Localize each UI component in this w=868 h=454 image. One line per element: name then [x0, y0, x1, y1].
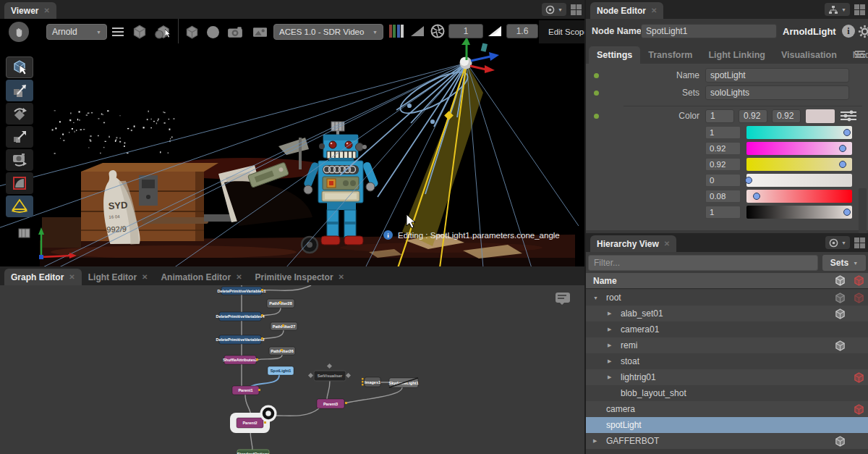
sets-field-input[interactable]: soloLights: [705, 85, 849, 100]
layout-grid-icon[interactable]: [854, 4, 865, 15]
expander-icon[interactable]: ▼: [593, 295, 606, 300]
shading-cube-button[interactable]: [130, 22, 149, 41]
tab-light-linking[interactable]: Light Linking: [700, 46, 773, 64]
viewport[interactable]: SYD 16 04 992/9: [0, 19, 584, 266]
slider-value[interactable]: 0: [705, 174, 741, 187]
hierarchy-row-alab_set01[interactable]: ▶alab_set01: [586, 306, 868, 321]
hierarchy-row-GAFFERBOT[interactable]: ▶GAFFERBOT: [586, 433, 868, 449]
slider-value[interactable]: 1: [705, 206, 741, 219]
hierarchy-row-stoat[interactable]: ▶stoat: [586, 353, 868, 369]
shield-cube-icon[interactable]: [830, 340, 849, 351]
exposure-input[interactable]: 1: [448, 24, 483, 38]
render-menu-button[interactable]: [111, 26, 125, 38]
tab-settings[interactable]: Settings: [589, 46, 640, 64]
slider-handle[interactable]: [843, 209, 851, 216]
tool-select[interactable]: [6, 56, 33, 78]
tab-transform[interactable]: Transform: [640, 46, 700, 64]
close-icon[interactable]: ✕: [339, 273, 344, 281]
slider-value[interactable]: 0.92: [705, 158, 741, 171]
tool-light-edit[interactable]: [6, 196, 33, 217]
slider-handle[interactable]: [843, 129, 851, 136]
color-swatch[interactable]: [806, 109, 835, 123]
node-name-input[interactable]: SpotLight1: [641, 24, 777, 38]
close-icon[interactable]: ✕: [651, 7, 657, 14]
plug-dot[interactable]: [594, 114, 599, 119]
expansion-button[interactable]: [152, 22, 175, 41]
shield-cube-icon[interactable]: [830, 436, 849, 447]
tool-scale[interactable]: [6, 126, 33, 148]
sphere-button[interactable]: [203, 22, 222, 41]
tab-light-editor[interactable]: Light Editor✕: [82, 269, 155, 285]
red-cube-icon[interactable]: [849, 293, 868, 303]
graph-canvas[interactable]: DeletePrimitiveVariables1PathFilter28Del…: [0, 285, 584, 454]
camera-button[interactable]: [224, 22, 246, 41]
edit-scope-button[interactable]: Edit Scope: [539, 20, 584, 43]
slider-track[interactable]: [746, 190, 852, 203]
color-b-input[interactable]: 0.92: [772, 109, 801, 123]
slider-track[interactable]: [746, 158, 852, 171]
expander-icon[interactable]: ▶: [608, 358, 621, 364]
slider-handle[interactable]: [745, 177, 752, 184]
plug-dot[interactable]: [594, 73, 599, 78]
tab-node-editor[interactable]: Node Editor ✕: [590, 2, 663, 19]
hierarchy-row-root[interactable]: ▼root: [586, 290, 868, 306]
slider-handle[interactable]: [839, 161, 846, 168]
node-set-menu[interactable]: ▼: [825, 3, 850, 16]
layout-grid-icon[interactable]: [571, 4, 582, 15]
tab-primitive-inspector[interactable]: Primitive Inspector✕: [249, 269, 351, 285]
slider-handle[interactable]: [839, 145, 846, 152]
filter-input[interactable]: Filter...: [588, 255, 818, 271]
close-icon[interactable]: ✕: [142, 273, 148, 281]
tab-hierarchy-view[interactable]: Hierarchy View ✕: [590, 235, 676, 252]
hierarchy-row-remi[interactable]: ▶remi: [586, 337, 868, 353]
slider-value[interactable]: 1: [705, 126, 741, 139]
slider-value[interactable]: 0.08: [705, 190, 741, 203]
gamma-input[interactable]: 1.6: [506, 24, 538, 38]
sets-dropdown-button[interactable]: Sets ▼: [822, 255, 866, 271]
expander-icon[interactable]: ▶: [608, 342, 621, 348]
sliders-icon[interactable]: [841, 110, 856, 122]
close-icon[interactable]: ✕: [43, 7, 49, 14]
red-cube-icon[interactable]: [849, 404, 868, 415]
shield-cube-icon[interactable]: [830, 275, 849, 286]
expander-icon[interactable]: ▶: [608, 327, 621, 332]
render-pass-button[interactable]: [249, 22, 271, 41]
tab-viewer[interactable]: Viewer ✕: [4, 2, 56, 19]
slider-handle[interactable]: [753, 193, 760, 200]
slider-track[interactable]: [746, 174, 852, 187]
slider-value[interactable]: 0.92: [705, 142, 741, 155]
close-icon[interactable]: ✕: [69, 273, 75, 281]
shield-cube-icon[interactable]: [830, 308, 849, 319]
close-icon[interactable]: ✕: [236, 273, 242, 281]
exposure-toggle[interactable]: [409, 23, 426, 39]
hierarchy-row-camera01[interactable]: ▶camera01: [586, 321, 868, 337]
name-column-header[interactable]: Name: [593, 276, 830, 286]
slider-track[interactable]: [746, 126, 852, 139]
tab-visualisation[interactable]: Visualisation: [773, 46, 845, 64]
renderer-dropdown[interactable]: Arnold ▼: [46, 24, 107, 40]
red-cube-icon[interactable]: [849, 372, 868, 383]
hierarchy-scope-menu[interactable]: ▼: [825, 236, 850, 249]
shield-cube-icon[interactable]: [830, 293, 849, 303]
layout-grid-icon[interactable]: [854, 237, 865, 248]
color-r-input[interactable]: 1: [705, 109, 734, 123]
tab-graph-editor[interactable]: Graph Editor✕: [4, 269, 82, 285]
hierarchy-row-lightrig01[interactable]: ▶lightrig01: [586, 369, 868, 385]
red-cube-icon[interactable]: [849, 275, 868, 286]
geometry-button[interactable]: [182, 22, 201, 41]
hierarchy-row-blob_layout_shot[interactable]: blob_layout_shot: [586, 385, 868, 401]
tool-camera[interactable]: [6, 149, 33, 171]
tool-crop-window[interactable]: [6, 172, 33, 194]
tabs-menu-icon[interactable]: [855, 51, 865, 58]
close-icon[interactable]: ✕: [664, 240, 670, 248]
hierarchy-row-camera[interactable]: camera: [586, 401, 868, 417]
tab-animation-editor[interactable]: Animation Editor✕: [154, 269, 248, 285]
plug-dot[interactable]: [594, 91, 599, 96]
color-g-input[interactable]: 0.92: [739, 109, 767, 123]
slider-track[interactable]: [746, 206, 852, 219]
focus-ring[interactable]: [260, 405, 277, 422]
viewer-settings-menu[interactable]: ▼: [542, 3, 566, 16]
info-icon[interactable]: i: [842, 25, 855, 38]
expander-icon[interactable]: ▶: [593, 438, 606, 444]
display-transform-dropdown[interactable]: ACES 1.0 - SDR Video ▼: [273, 24, 383, 40]
